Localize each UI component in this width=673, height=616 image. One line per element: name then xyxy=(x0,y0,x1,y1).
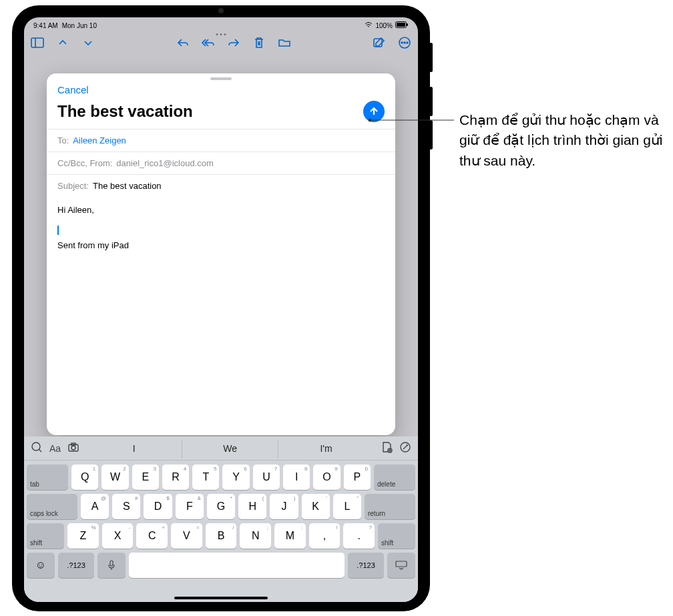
ipad-screen: 9:41 AM Mon Jun 10 100% xyxy=(24,17,418,602)
key-Q[interactable]: 1Q xyxy=(71,465,98,490)
key-C[interactable]: +C xyxy=(136,523,168,549)
cc-value: daniel_rico1@icloud.com xyxy=(116,158,213,168)
hide-keyboard-key[interactable] xyxy=(387,553,415,578)
key-,[interactable]: !, xyxy=(309,523,341,549)
subject-value: The best vacation xyxy=(93,181,162,191)
prediction-1[interactable]: I xyxy=(86,439,182,458)
key-A[interactable]: @A xyxy=(81,494,109,519)
scan-document-icon[interactable] xyxy=(381,441,393,456)
key-B[interactable]: /B xyxy=(206,523,237,549)
to-value[interactable]: Aileen Zeigen xyxy=(73,135,126,145)
onscreen-keyboard: Aa I We I'm tab1Q2W3E4R5T6Y7U8I9O0Pdelet… xyxy=(24,436,418,602)
key-M[interactable]: :M xyxy=(274,523,306,549)
compose-title: The best vacation xyxy=(57,102,193,121)
space-key[interactable] xyxy=(129,553,345,578)
volume-up-button xyxy=(429,87,433,116)
volume-down-button xyxy=(429,120,433,149)
to-label: To: xyxy=(57,135,69,145)
shift-left-key[interactable]: shift xyxy=(27,523,64,549)
key-N[interactable]: ;N xyxy=(240,523,271,549)
key-P[interactable]: 0P xyxy=(344,465,371,490)
key-.[interactable]: ?. xyxy=(343,523,375,549)
prediction-3[interactable]: I'm xyxy=(278,439,374,458)
compose-sheet: Cancel The best vacation To: Aileen Zeig… xyxy=(47,73,395,435)
key-J[interactable]: )J xyxy=(270,494,298,519)
capslock-key[interactable]: caps lock xyxy=(27,494,77,519)
key-W[interactable]: 2W xyxy=(101,465,128,490)
subject-label: Subject: xyxy=(57,181,89,191)
key-T[interactable]: 5T xyxy=(192,465,219,490)
camera-icon[interactable] xyxy=(67,441,79,456)
emoji-search-icon[interactable] xyxy=(31,441,43,456)
mic-key[interactable] xyxy=(97,553,126,578)
prediction-bar: Aa I We I'm xyxy=(24,436,418,460)
svg-line-12 xyxy=(39,449,41,452)
key-X[interactable]: -X xyxy=(102,523,134,549)
shift-right-key[interactable]: shift xyxy=(378,523,415,549)
key-Z[interactable]: %Z xyxy=(67,523,99,549)
body-greeting: Hi Aileen, xyxy=(57,204,385,217)
return-key[interactable]: return xyxy=(365,494,415,519)
key-L[interactable]: "L xyxy=(333,494,361,519)
key-O[interactable]: 9O xyxy=(313,465,340,490)
key-H[interactable]: (H xyxy=(238,494,266,519)
subject-field[interactable]: Subject: The best vacation xyxy=(47,174,395,197)
message-body[interactable]: Hi Aileen, Sent from my iPad xyxy=(47,197,395,435)
key-I[interactable]: 8I xyxy=(283,465,310,490)
text-format-icon[interactable]: Aa xyxy=(49,443,61,454)
emoji-key[interactable]: ☺ xyxy=(27,553,55,578)
cc-label: Cc/Bcc, From: xyxy=(57,158,112,168)
prediction-2[interactable]: We xyxy=(182,439,278,458)
key-U[interactable]: 7U xyxy=(253,465,280,490)
mode-key-left[interactable]: .?123 xyxy=(58,553,94,578)
key-R[interactable]: 4R xyxy=(162,465,189,490)
tab-key[interactable]: tab xyxy=(27,465,68,490)
text-cursor xyxy=(57,226,59,235)
markup-icon[interactable] xyxy=(399,441,411,456)
mode-key-right[interactable]: .?123 xyxy=(348,553,384,578)
key-G[interactable]: *G xyxy=(207,494,235,519)
to-field[interactable]: To: Aileen Zeigen xyxy=(47,129,395,151)
key-E[interactable]: 3E xyxy=(132,465,159,490)
callout-text: Chạm để gửi thư hoặc chạm và giữ để đặt … xyxy=(459,110,666,171)
svg-rect-20 xyxy=(110,561,113,566)
key-K[interactable]: 'K xyxy=(302,494,330,519)
cancel-button[interactable]: Cancel xyxy=(57,84,89,95)
key-D[interactable]: $D xyxy=(144,494,172,519)
key-V[interactable]: =V xyxy=(171,523,202,549)
svg-rect-21 xyxy=(396,561,407,567)
home-indicator[interactable] xyxy=(174,597,268,599)
key-F[interactable]: &F xyxy=(176,494,204,519)
send-button[interactable] xyxy=(363,101,385,122)
power-button xyxy=(429,43,433,72)
key-S[interactable]: #S xyxy=(112,494,140,519)
cc-bcc-from-field[interactable]: Cc/Bcc, From: daniel_rico1@icloud.com xyxy=(47,151,395,174)
front-camera xyxy=(218,8,224,13)
body-signature: Sent from my iPad xyxy=(57,239,385,252)
ipad-device-frame: 9:41 AM Mon Jun 10 100% xyxy=(12,5,430,611)
key-Y[interactable]: 6Y xyxy=(222,465,249,490)
svg-point-14 xyxy=(71,446,75,450)
delete-key[interactable]: delete xyxy=(374,465,415,490)
